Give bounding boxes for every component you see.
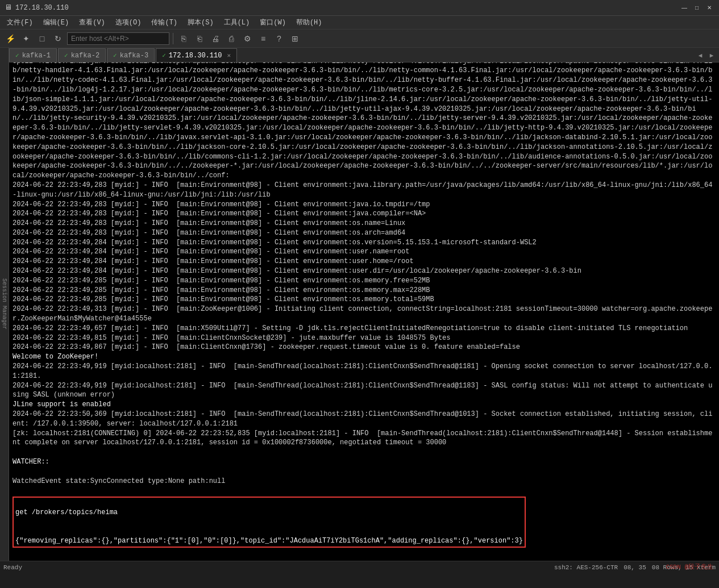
terminal-line-12: 2024-06-22 22:23:49,284 [myid:] - INFO [… [13, 239, 537, 247]
terminal-line-13: 2024-06-22 22:23:49,284 [myid:] - INFO [… [13, 248, 410, 256]
terminal-line-19: 2024-06-22 22:23:49,313 [myid:] - INFO [… [13, 305, 712, 323]
session-sidebar: Session Manager [0, 48, 9, 561]
terminal-line-23: 2024-06-22 22:23:49,919 [myid:localhost:… [13, 362, 712, 380]
toolbar-extra-btn[interactable]: ⊞ [288, 32, 302, 45]
titlebar-title: 172.18.30.110 [15, 4, 69, 12]
terminal-jline: JLine support is enabled [13, 401, 111, 408]
tab-kafka3-label: kafka-3 [120, 52, 148, 60]
menubar-item-O[interactable]: 选项(O) [111, 16, 146, 28]
toolbar-settings-btn[interactable]: ⚙ [240, 32, 254, 45]
menubar-item-W[interactable]: 窗口(W) [255, 16, 290, 28]
menubar-item-E[interactable]: 编辑(E) [39, 16, 74, 28]
terminal-line-22: 2024-06-22 22:23:49,867 [myid:] - INFO [… [13, 343, 520, 351]
terminal-line-7: 2024-06-22 22:23:49,283 [myid:] - INFO [… [13, 181, 712, 199]
terminal-welcome: Welcome to ZooKeeper! [13, 353, 98, 361]
tab-active-host[interactable]: ✓ 172.18.30.110 ✕ [156, 48, 237, 62]
tabs-left-btn[interactable]: ◀ [695, 50, 705, 60]
terminal-line-8: 2024-06-22 22:23:49,283 [myid:] - INFO [… [13, 201, 430, 208]
get-result: {"removing_replicas":{},"partitions":{"1… [15, 537, 523, 545]
tab-kafka2-label: kafka-2 [71, 52, 99, 60]
status-ready: Ready [3, 564, 22, 571]
session-sidebar-label: Session Manager [1, 278, 7, 330]
toolbar-copy-btn[interactable]: ⎘ [177, 32, 190, 45]
terminal-line-9: 2024-06-22 22:23:49,283 [myid:] - INFO [… [13, 210, 426, 218]
tab-kafka1-label: kafka-1 [22, 52, 51, 60]
menubar-item-T[interactable]: 传输(T) [147, 16, 182, 28]
close-button[interactable]: ✕ [704, 3, 714, 13]
toolbar-btn3[interactable]: □ [35, 32, 49, 45]
menubar-item-H[interactable]: 帮助(H) [292, 16, 327, 28]
tab-kafka2[interactable]: ✓ kafka-2 [58, 48, 106, 62]
menubar-item-V[interactable]: 查看(V) [74, 16, 110, 28]
terminal-watcher: WATCHER:: [13, 458, 49, 466]
status-size: 08 Rows, 15 Xterm [652, 564, 716, 571]
toolbar-paste-btn[interactable]: ⎗ [193, 32, 206, 45]
terminal-blank2 [13, 468, 16, 476]
terminal-line-11: 2024-06-22 22:23:49,283 [myid:] - INFO [… [13, 229, 405, 237]
main-content: ✓ kafka-1 ✓ kafka-2 ✓ kafka-3 ✓ 172.18.3… [9, 48, 719, 561]
tab-host-label: 172.18.30.110 [169, 52, 222, 60]
terminal-line-18: 2024-06-22 22:23:49,285 [myid:] - INFO [… [13, 295, 434, 303]
menubar: 文件(F)编辑(E)查看(V)选项(O)传输(T)脚本(S)工具(L)窗口(W)… [0, 16, 719, 30]
menubar-item-L[interactable]: 工具(L) [219, 16, 255, 28]
tab-kafka3-check: ✓ [113, 52, 117, 59]
titlebar-controls: — □ ✕ [679, 3, 714, 13]
statusbar: Ready ssh2: AES-256-CTR 08, 35 08 Rows, … [0, 561, 719, 573]
statusbar-left: Ready [3, 564, 22, 571]
status-position: 08, 35 [624, 564, 646, 571]
tabs-bar: ✓ kafka-1 ✓ kafka-2 ✓ kafka-3 ✓ 172.18.3… [9, 48, 719, 62]
titlebar-left: 🖥 172.18.30.110 [5, 3, 69, 12]
toolbar-new-btn[interactable]: ⚡ [3, 32, 17, 45]
terminal-line-25: 2024-06-22 22:23:50,369 [myid:localhost:… [13, 410, 712, 428]
terminal-line-6: 2024-06-22 22:23:49,283 [myid:] - INFO [… [13, 62, 712, 180]
session-area: Session Manager ✓ kafka-1 ✓ kafka-2 ✓ ka… [0, 48, 719, 561]
tabs-right-btn[interactable]: ▶ [706, 50, 717, 60]
maximize-button[interactable]: □ [692, 3, 702, 13]
terminal-line-17: 2024-06-22 22:23:49,285 [myid:] - INFO [… [13, 286, 430, 294]
tab-kafka2-check: ✓ [64, 52, 68, 59]
terminal-blank1 [13, 448, 16, 456]
minimize-button[interactable]: — [679, 3, 689, 13]
toolbar-print-btn[interactable]: ⎙ [225, 32, 238, 45]
menubar-item-S[interactable]: 脚本(S) [183, 16, 218, 28]
tab-close-icon[interactable]: ✕ [227, 52, 231, 59]
toolbar: ⚡ ✦ □ ↻ ⎘ ⎗ 🖨 ⎙ ⚙ ≡ ? ⊞ [0, 30, 719, 48]
menubar-item-F[interactable]: 文件(F) [2, 16, 38, 28]
tab-kafka1[interactable]: ✓ kafka-1 [9, 48, 57, 62]
toolbar-btn4[interactable]: ↻ [51, 32, 65, 45]
host-input[interactable] [67, 32, 169, 45]
tab-kafka1-check: ✓ [15, 52, 19, 59]
tabs-nav-right: ◀ ▶ [693, 48, 719, 62]
terminal-line-10: 2024-06-22 22:23:49,283 [myid:] - INFO [… [13, 219, 405, 227]
tab-host-check: ✓ [162, 52, 166, 59]
titlebar: 🖥 172.18.30.110 — □ ✕ [0, 0, 719, 16]
toolbar-save-btn[interactable]: 🖨 [209, 32, 222, 45]
toolbar-separator [173, 33, 173, 44]
tab-kafka3[interactable]: ✓ kafka-3 [107, 48, 155, 62]
terminal-line-21: 2024-06-22 22:23:49,815 [myid:] - INFO [… [13, 334, 451, 342]
get-command: get /brokers/topics/heima [15, 508, 118, 516]
terminal-line-15: 2024-06-22 22:23:49,284 [myid:] - INFO [… [13, 267, 581, 275]
toolbar-list-btn[interactable]: ≡ [256, 32, 270, 45]
terminal-line-24: 2024-06-22 22:23:49,919 [myid:localhost:… [13, 382, 712, 399]
statusbar-right: ssh2: AES-256-CTR 08, 35 08 Rows, 15 Xte… [554, 564, 716, 571]
command-block: get /brokers/topics/heima {"removing_rep… [13, 497, 526, 548]
terminal-line-26: [zk: localhost:2181(CONNECTING) 0] 2024-… [13, 429, 712, 447]
terminal-line-20: 2024-06-22 22:23:49,657 [myid:] - INFO [… [13, 324, 688, 332]
terminal-line-14: 2024-06-22 22:23:49,284 [myid:] - INFO [… [13, 257, 414, 265]
terminal-blank3 [13, 486, 16, 494]
network-icon: 🖥 [5, 3, 12, 12]
terminal-line-16: 2024-06-22 22:23:49,285 [myid:] - INFO [… [13, 277, 430, 285]
status-encryption: ssh2: AES-256-CTR [554, 564, 618, 571]
toolbar-help-btn[interactable]: ? [272, 32, 286, 45]
terminal-watched: WatchedEvent state:SyncConnected type:No… [13, 477, 225, 485]
terminal[interactable]: root@WIN-20240529BJA:/usr/local/zookeepe… [9, 62, 719, 561]
toolbar-btn2[interactable]: ✦ [19, 32, 33, 45]
